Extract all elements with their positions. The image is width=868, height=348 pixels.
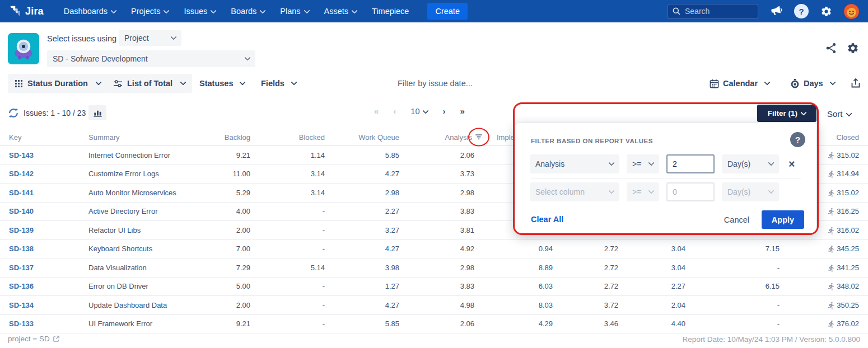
first-page-button[interactable]: « bbox=[374, 106, 379, 116]
filter-operator-select-empty[interactable]: >= bbox=[627, 182, 659, 201]
project-dropdown[interactable]: SD - Sofware Development bbox=[47, 50, 255, 67]
nav-menu-assets[interactable]: Assets bbox=[324, 7, 357, 16]
nav-menu-issues[interactable]: Issues bbox=[184, 7, 216, 16]
refresh-icon[interactable] bbox=[8, 107, 19, 121]
apply-button[interactable]: Apply bbox=[762, 210, 804, 229]
sliders-icon bbox=[113, 79, 123, 88]
nav-menu-boards[interactable]: Boards bbox=[231, 7, 265, 16]
help-icon[interactable]: ? bbox=[794, 4, 809, 18]
sort-dropdown[interactable]: Sort bbox=[827, 109, 851, 119]
chevron-down-icon bbox=[351, 7, 357, 13]
still-running-icon bbox=[827, 208, 836, 216]
view-mode-dropdown[interactable]: List of Total bbox=[106, 74, 192, 93]
duration-cell: - bbox=[250, 207, 325, 215]
issue-key-link[interactable]: SD-141 bbox=[9, 189, 88, 197]
last-page-button[interactable]: » bbox=[460, 106, 464, 116]
chevron-down-icon bbox=[170, 34, 176, 40]
jira-logo[interactable]: Jira bbox=[9, 5, 44, 17]
bar-chart-icon bbox=[93, 109, 102, 117]
navbar-right: ? bbox=[668, 4, 868, 19]
cancel-button[interactable]: Cancel bbox=[724, 215, 749, 224]
issue-summary: Update Dashboard Data bbox=[88, 301, 204, 309]
table-row: SD-137Data Visualization7.295.143.982.98… bbox=[0, 258, 868, 277]
select-issues-label: Select issues using bbox=[47, 34, 116, 43]
next-page-button[interactable]: › bbox=[442, 106, 445, 116]
search-input[interactable] bbox=[668, 4, 758, 19]
issue-key-link[interactable]: SD-136 bbox=[9, 282, 88, 290]
issue-summary: Data Visualization bbox=[88, 264, 204, 272]
issue-date-filter-input[interactable]: Filter by issue date... bbox=[398, 79, 473, 88]
share-icon[interactable] bbox=[825, 42, 837, 54]
duration-cell: 3.83 bbox=[399, 207, 474, 215]
prev-page-button[interactable]: ‹ bbox=[393, 106, 396, 116]
duration-cell: 4.29 bbox=[474, 319, 553, 328]
issue-key-link[interactable]: SD-140 bbox=[9, 207, 88, 215]
duration-cell: 9.21 bbox=[204, 319, 250, 328]
filter-value-input[interactable] bbox=[666, 154, 715, 173]
filter-help-icon[interactable]: ? bbox=[790, 132, 805, 147]
duration-cell: 2.27 bbox=[618, 282, 685, 290]
statuses-dropdown[interactable]: Statuses bbox=[199, 74, 245, 93]
chevron-down-icon bbox=[164, 7, 170, 13]
pagination: « ‹ 10 › » bbox=[374, 106, 465, 116]
duration-cell: 2.04 bbox=[618, 301, 685, 309]
duration-cell: 4.27 bbox=[325, 244, 399, 253]
chevron-down-icon bbox=[768, 187, 774, 194]
duration-cell: - bbox=[250, 282, 325, 290]
filter-button[interactable]: Filter (1) bbox=[757, 105, 816, 122]
duration-cell: 2.00 bbox=[204, 301, 250, 309]
global-search[interactable] bbox=[668, 4, 758, 19]
issue-key-link[interactable]: SD-134 bbox=[9, 301, 88, 309]
announcements-icon[interactable] bbox=[770, 5, 782, 17]
chevron-down-icon bbox=[260, 7, 266, 13]
chart-view-toggle[interactable] bbox=[88, 105, 106, 120]
duration-cell: - bbox=[685, 319, 780, 328]
filter-value-input-empty[interactable] bbox=[666, 182, 715, 201]
filter-unit-select[interactable]: Day(s) bbox=[722, 154, 779, 173]
settings-gear-icon[interactable] bbox=[820, 6, 832, 17]
issue-source-dropdown[interactable]: Project bbox=[119, 30, 181, 46]
filter-column-select[interactable]: Analysis bbox=[530, 154, 619, 173]
clear-all-link[interactable]: Clear All bbox=[531, 215, 563, 224]
duration-cell: 2.06 bbox=[399, 319, 474, 328]
duration-cell: 2.06 bbox=[399, 151, 474, 159]
column-header-backlog: Backlog bbox=[204, 133, 250, 142]
duration-cell: 5.00 bbox=[204, 282, 250, 290]
filter-column-select-empty[interactable]: Select column bbox=[530, 182, 619, 201]
stopwatch-icon bbox=[790, 78, 800, 89]
nav-menu-projects[interactable]: Projects bbox=[131, 7, 169, 16]
column-filter-funnel-icon[interactable] bbox=[475, 134, 483, 140]
filter-unit-select-empty[interactable]: Day(s) bbox=[722, 182, 779, 201]
chevron-down-icon bbox=[768, 159, 774, 166]
still-running-icon bbox=[827, 264, 836, 272]
duration-cell: 2.72 bbox=[553, 264, 618, 272]
closed-duration-cell: 341.25 bbox=[780, 264, 859, 272]
external-link-icon bbox=[53, 335, 60, 342]
nav-menu-plans[interactable]: Plans bbox=[280, 7, 309, 16]
nav-menu-dashboards[interactable]: Dashboards bbox=[64, 7, 116, 16]
export-icon[interactable] bbox=[850, 77, 861, 89]
report-settings-gear-icon[interactable] bbox=[847, 42, 859, 54]
issue-key-link[interactable]: SD-139 bbox=[9, 226, 88, 234]
issue-key-link[interactable]: SD-137 bbox=[9, 264, 88, 272]
issue-key-link[interactable]: SD-143 bbox=[9, 151, 88, 159]
issue-key-link[interactable]: SD-138 bbox=[9, 244, 88, 253]
issue-key-link[interactable]: SD-133 bbox=[9, 319, 88, 328]
duration-cell: 3.98 bbox=[325, 264, 399, 272]
issue-summary: Customize Error Logs bbox=[88, 170, 204, 178]
nav-menu-timepiece[interactable]: Timepiece bbox=[372, 7, 409, 16]
issue-key-link[interactable]: SD-142 bbox=[9, 170, 88, 178]
filter-operator-select[interactable]: >= bbox=[627, 154, 659, 173]
issue-summary: UI Framework Error bbox=[88, 319, 204, 328]
page-size-dropdown[interactable]: 10 bbox=[410, 107, 428, 116]
create-button[interactable]: Create bbox=[427, 3, 468, 20]
fields-dropdown[interactable]: Fields bbox=[261, 74, 296, 93]
chevron-down-icon bbox=[846, 110, 852, 116]
calendar-dropdown[interactable]: Calendar bbox=[709, 74, 769, 93]
remove-filter-icon[interactable]: × bbox=[788, 158, 795, 170]
user-avatar[interactable] bbox=[844, 4, 859, 19]
time-unit-dropdown[interactable]: Days bbox=[790, 74, 835, 93]
issue-summary: Active Directory Error bbox=[88, 207, 204, 215]
jql-footer-link[interactable]: project = SD bbox=[8, 335, 60, 343]
report-type-dropdown[interactable]: Status Duration bbox=[8, 74, 108, 93]
